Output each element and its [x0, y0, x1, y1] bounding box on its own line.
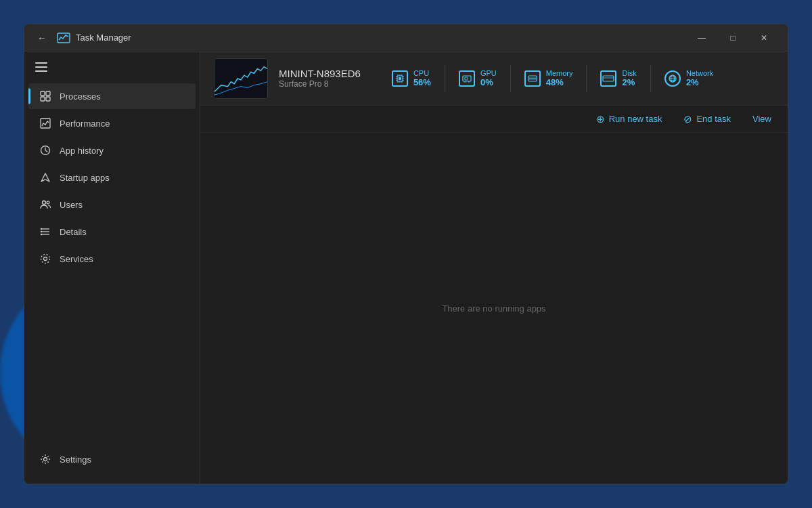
stat-memory: Memory 48% [524, 69, 573, 87]
computer-model: Surface Pro 8 [279, 79, 361, 89]
disk-icon [600, 70, 616, 87]
sidebar-label-performance: Performance [60, 119, 110, 129]
svg-rect-3 [35, 70, 47, 72]
stat-network: Network 2% [664, 69, 713, 87]
hamburger-button[interactable] [24, 57, 200, 80]
stat-divider-4 [650, 65, 651, 92]
cpu-label: CPU [413, 69, 431, 77]
sidebar-label-startup-apps: Startup apps [60, 173, 110, 183]
startup-apps-icon [39, 171, 51, 184]
main-empty-content: There are no running apps [200, 133, 788, 484]
cpu-icon [392, 70, 408, 87]
gpu-value: 0% [480, 77, 497, 87]
svg-rect-5 [46, 91, 50, 96]
run-new-task-button[interactable]: ⊕ Run new task [591, 110, 668, 128]
svg-point-16 [41, 231, 42, 232]
stat-divider-1 [445, 65, 445, 92]
view-button[interactable]: View [747, 111, 777, 127]
network-icon [664, 70, 681, 87]
main-layout: Processes Performance [24, 51, 788, 484]
end-task-icon: ⊘ [683, 113, 692, 125]
settings-icon [39, 453, 51, 465]
disk-stat-info: Disk 2% [622, 69, 636, 87]
gpu-icon [459, 70, 475, 87]
stats-container: CPU 56% [392, 65, 713, 92]
services-icon [39, 253, 51, 265]
svg-point-17 [41, 234, 42, 235]
svg-rect-6 [41, 97, 45, 101]
svg-point-20 [44, 458, 47, 461]
back-button[interactable]: ← [32, 28, 51, 47]
header-bar: MININT-N893ED6 Surface Pro 8 [200, 51, 788, 106]
svg-rect-7 [46, 97, 50, 101]
svg-rect-23 [399, 77, 401, 80]
gpu-label: GPU [480, 69, 497, 77]
window-controls: — □ ✕ [686, 24, 780, 51]
performance-icon [39, 117, 51, 129]
sidebar-item-processes[interactable]: Processes [28, 83, 196, 109]
memory-stat-info: Memory 48% [546, 69, 573, 87]
titlebar-app-icon [57, 31, 70, 45]
stat-divider-2 [510, 65, 511, 92]
svg-rect-2 [35, 66, 47, 68]
close-button[interactable]: ✕ [748, 24, 780, 51]
network-label: Network [686, 69, 713, 77]
sidebar-item-services[interactable]: Services [28, 246, 196, 272]
svg-point-19 [41, 255, 50, 263]
sidebar-label-settings: Settings [60, 454, 91, 465]
stat-disk: Disk 2% [600, 69, 636, 87]
maximize-button[interactable]: □ [717, 24, 748, 51]
sidebar-label-services: Services [60, 254, 93, 264]
sidebar-label-details: Details [60, 227, 87, 237]
sidebar-label-users: Users [60, 200, 83, 210]
sidebar: Processes Performance [24, 51, 200, 484]
end-task-label: End task [696, 114, 731, 124]
end-task-button[interactable]: ⊘ End task [678, 110, 736, 128]
svg-point-18 [44, 257, 47, 261]
svg-rect-39 [465, 77, 468, 80]
sidebar-item-performance[interactable]: Performance [28, 110, 196, 136]
cpu-value: 56% [413, 77, 431, 87]
disk-value: 2% [622, 77, 636, 87]
empty-message: There are no running apps [442, 303, 545, 314]
svg-rect-46 [603, 76, 614, 81]
details-icon [39, 226, 51, 238]
svg-rect-4 [41, 91, 45, 96]
disk-label: Disk [622, 69, 636, 77]
stat-cpu: CPU 56% [392, 69, 431, 87]
svg-point-10 [43, 201, 46, 205]
run-new-task-icon: ⊕ [596, 113, 605, 125]
minimize-button[interactable]: — [686, 24, 717, 51]
svg-point-15 [41, 228, 42, 230]
sidebar-item-settings[interactable]: Settings [28, 446, 196, 472]
svg-point-11 [47, 201, 49, 204]
toolbar: ⊕ Run new task ⊘ End task View [200, 106, 788, 133]
processes-icon [39, 90, 51, 102]
gpu-stat-info: GPU 0% [480, 69, 497, 87]
sidebar-item-startup-apps[interactable]: Startup apps [28, 165, 196, 190]
users-icon [39, 198, 51, 211]
titlebar: ← Task Manager — □ ✕ [24, 24, 788, 51]
task-manager-window: ← Task Manager — □ ✕ [24, 24, 788, 484]
sidebar-item-users[interactable]: Users [28, 192, 196, 217]
computer-thumbnail [214, 58, 268, 99]
titlebar-title: Task Manager [76, 33, 686, 43]
sidebar-label-processes: Processes [60, 91, 101, 102]
sidebar-label-app-history: App history [60, 146, 104, 156]
network-value: 2% [686, 77, 713, 87]
sidebar-item-details[interactable]: Details [28, 219, 196, 245]
memory-icon [524, 70, 541, 87]
svg-rect-8 [41, 119, 50, 128]
sidebar-item-app-history[interactable]: App history [28, 137, 196, 163]
cpu-stat-info: CPU 56% [413, 69, 431, 87]
computer-name: MININT-N893ED6 [279, 68, 361, 79]
run-new-task-label: Run new task [609, 114, 662, 124]
stat-gpu: GPU 0% [459, 69, 497, 87]
app-history-icon [39, 144, 51, 156]
network-stat-info: Network 2% [686, 69, 713, 87]
content-area: MININT-N893ED6 Surface Pro 8 [200, 51, 788, 484]
computer-info: MININT-N893ED6 Surface Pro 8 [279, 68, 361, 89]
stat-divider-3 [586, 65, 587, 92]
svg-rect-1 [35, 62, 47, 64]
svg-rect-36 [463, 76, 471, 81]
